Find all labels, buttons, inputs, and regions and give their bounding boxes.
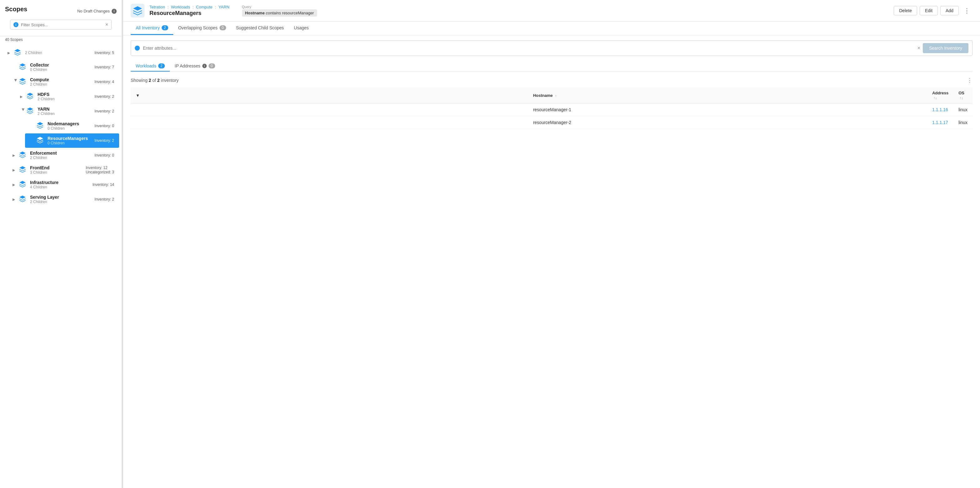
table-header: ▼ Hostname ↑ Address ↑↓ OS ↑↓ [131, 87, 972, 103]
scope-item-yarn[interactable]: ▶ YARN 2 Children Inventory: 2 [15, 104, 119, 119]
scope-item-infrastructure[interactable]: ▶ Infrastructure 4 Children Inventory: 1… [8, 177, 119, 192]
breadcrumb-sep: : [215, 5, 217, 10]
chevron-right-icon[interactable]: ▶ [13, 154, 19, 157]
chevron-right-icon[interactable]: ▶ [20, 95, 26, 99]
tab-suggested-child-scopes[interactable]: Suggested Child Scopes [231, 22, 289, 35]
scope-info: ResourceManagers 0 Children [48, 136, 94, 145]
tab-usages[interactable]: Usages [289, 22, 313, 35]
row-address: 1.1.1.17 [927, 116, 953, 129]
breadcrumb-yarn[interactable]: YARN [218, 5, 229, 10]
row-address-link[interactable]: 1.1.1.16 [932, 107, 948, 112]
chevron-down-icon[interactable]: ▶ [21, 108, 25, 114]
scope-info: YARN 2 Children [38, 106, 94, 116]
row-os: linux [953, 103, 972, 116]
filter-input[interactable] [21, 22, 105, 27]
query-box: Query Hostname contains resourceManager [242, 5, 317, 17]
search-clear-icon[interactable]: × [918, 45, 920, 51]
th-filter: ▼ [131, 87, 528, 103]
inventory-badge: Inventory: 7 [94, 65, 114, 69]
scope-item-top[interactable]: ▶ 2 Children Inventory: 5 [3, 46, 119, 60]
breadcrumb-workloads[interactable]: Workloads [171, 5, 190, 10]
sidebar: Scopes No Draft Changes i i × 40 Scopes … [0, 0, 122, 488]
ip-addresses-info-icon: i [202, 64, 207, 68]
th-hostname[interactable]: Hostname ↑ [528, 87, 928, 103]
filter-icon[interactable]: ▼ [136, 93, 140, 98]
more-options-button[interactable]: ⋮ [961, 6, 972, 16]
inventory-badge: Inventory: 12 Uncategorized: 3 [86, 166, 114, 174]
breadcrumb-sep: : [168, 5, 170, 10]
scope-children: 0 Children [48, 141, 94, 145]
inventory-table-container: ▼ Hostname ↑ Address ↑↓ OS ↑↓ [131, 87, 972, 483]
tab-overlapping-scopes-badge: 0 [220, 25, 226, 30]
chevron-right-icon[interactable]: ▶ [13, 183, 19, 187]
row-hostname: resourceManager-2 [528, 116, 928, 129]
cube-icon [19, 78, 27, 86]
chevron-right-icon[interactable]: ▶ [13, 168, 19, 172]
search-input[interactable] [143, 46, 918, 51]
breadcrumb: Tetration : Workloads : Compute : YARN R… [150, 5, 229, 17]
row-os: linux [953, 116, 972, 129]
table-body: resourceManager-1 1.1.1.16 linux resourc… [131, 103, 972, 129]
scope-name: Nodemanagers [48, 121, 94, 126]
scope-info: Collector 0 Children [30, 62, 94, 72]
tab-all-inventory[interactable]: All Inventory 2 [131, 22, 173, 35]
chevron-down-icon[interactable]: ▶ [14, 79, 18, 85]
scope-children: 0 Children [48, 126, 94, 131]
tab-overlapping-scopes[interactable]: Overlapping Scopes 0 [173, 22, 231, 35]
breadcrumb-current: ResourceManagers [150, 10, 229, 17]
sub-tab-workloads[interactable]: Workloads 2 [131, 61, 170, 71]
row-address-link[interactable]: 1.1.1.17 [932, 120, 948, 125]
edit-button[interactable]: Edit [920, 6, 938, 15]
scope-count: 40 Scopes [0, 36, 122, 44]
add-button[interactable]: Add [940, 6, 959, 15]
topbar: Tetration : Workloads : Compute : YARN R… [123, 0, 980, 22]
breadcrumb-tetration[interactable]: Tetration [150, 5, 165, 10]
scope-item-compute[interactable]: ▶ Compute 2 Children Inventory: 4 [8, 74, 119, 89]
os-sort-icon: ↑↓ [960, 96, 963, 100]
draft-info-icon[interactable]: i [111, 9, 117, 14]
draft-status: No Draft Changes i [77, 9, 117, 14]
scope-item-hdfs[interactable]: ▶ HDFS 2 Children Inventory: 2 [15, 89, 119, 104]
delete-button[interactable]: Delete [894, 6, 917, 15]
scope-item-enforcement[interactable]: ▶ Enforcement 2 Children Inventory: 0 [8, 148, 119, 162]
scope-name: HDFS [38, 92, 94, 97]
scope-item-serving-layer[interactable]: ▶ Serving Layer 2 Children Inventory: 2 [8, 192, 119, 206]
scope-info: Enforcement 2 Children [30, 151, 94, 160]
showing-count-text: Showing 2 of 2 inventory [131, 78, 178, 83]
sub-tab-ip-addresses[interactable]: IP Addresses i 0 [170, 61, 220, 71]
tab-all-inventory-label: All Inventory [136, 25, 160, 30]
breadcrumb-links: Tetration : Workloads : Compute : YARN [150, 5, 229, 10]
inventory-panel: i × Search Inventory Workloads 2 IP Addr… [123, 35, 980, 488]
tab-usages-label: Usages [294, 25, 309, 30]
main-content: Tetration : Workloads : Compute : YARN R… [123, 0, 980, 488]
tab-suggested-child-scopes-label: Suggested Child Scopes [236, 25, 284, 30]
query-label: Query [242, 5, 317, 9]
scope-item-nodemanagers[interactable]: ▶ Nodemanagers 0 Children Inventory: 0 [25, 119, 119, 133]
tab-overlapping-scopes-label: Overlapping Scopes [178, 25, 218, 30]
table-more-options[interactable]: ⋮ [967, 77, 972, 84]
scope-item-resourcemanagers[interactable]: ▶ ResourceManagers 0 Children Inventory:… [25, 133, 119, 148]
scope-children: 3 Children [30, 170, 86, 175]
row-filter-cell [131, 116, 528, 129]
th-os[interactable]: OS ↑↓ [953, 87, 972, 103]
search-info-icon: i [135, 46, 140, 51]
scope-info: Compute 2 Children [30, 77, 94, 87]
query-tag: Hostname contains resourceManager [242, 10, 317, 17]
chevron-right-icon[interactable]: ▶ [8, 51, 14, 55]
search-button[interactable]: Search Inventory [923, 43, 969, 53]
inventory-badge: Inventory: 2 [94, 197, 114, 201]
table-row: resourceManager-1 1.1.1.16 linux [131, 103, 972, 116]
inventory-badge: Inventory: 5 [94, 51, 114, 55]
th-address[interactable]: Address ↑↓ [927, 87, 953, 103]
scope-item-frontend[interactable]: ▶ FrontEnd 3 Children Inventory: 12 Unca… [8, 163, 119, 177]
showing-total: 2 [157, 78, 160, 83]
filter-clear-icon[interactable]: × [105, 22, 108, 27]
scope-list: ▶ 2 Children Inventory: 5 ▶ Collector 0 … [0, 44, 122, 488]
scope-name: ResourceManagers [48, 136, 94, 141]
scope-item-collector[interactable]: ▶ Collector 0 Children Inventory: 7 [8, 60, 119, 74]
scope-name: Serving Layer [30, 195, 94, 200]
chevron-right-icon[interactable]: ▶ [13, 198, 19, 201]
sub-tabs: Workloads 2 IP Addresses i 0 [131, 61, 972, 72]
cube-icon [26, 107, 35, 116]
breadcrumb-compute[interactable]: Compute [196, 5, 213, 10]
